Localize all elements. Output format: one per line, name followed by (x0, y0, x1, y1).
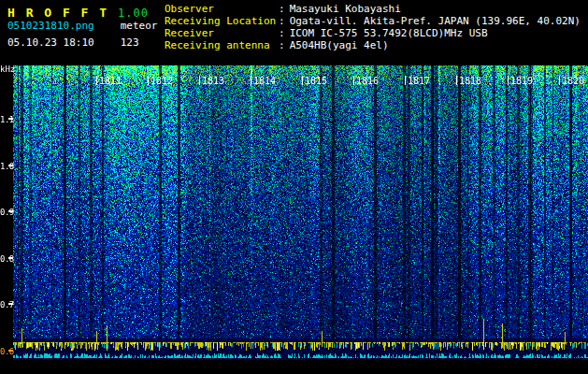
info-value: Masayuki Kobayashi (290, 3, 401, 15)
file-line: 0510231810.pngmeteor (7, 20, 157, 32)
info-value: ICOM IC-575 53.7492(8LCD)MHz USB (290, 27, 488, 39)
mode-label: meteor (121, 20, 158, 32)
freq-tick-label: 0.9 (0, 208, 14, 217)
info-label: Receiving antenna (165, 39, 279, 51)
info-label: Observer (165, 3, 279, 15)
hrofft-screen: H R O F F T1.00 0510231810.pngmeteor 05.… (0, 0, 588, 374)
time-tick-label: 1816 (356, 76, 379, 86)
info-row-location: Receiving Location:Ogata-vill. Akita-Pre… (165, 15, 581, 27)
time-tick-label: 1813 (202, 76, 224, 86)
time-tick-label: 1811 (99, 76, 122, 86)
title-line: H R O F F T1.00 (7, 3, 149, 21)
time-tick-label: 1812 (151, 76, 173, 86)
time-tick-label: 1819 (510, 76, 533, 86)
freq-tick-mark (8, 118, 13, 120)
info-value: A504HB(yagi 4el) (290, 39, 389, 51)
info-row-antenna: Receiving antenna:A504HB(yagi 4el) (165, 39, 581, 51)
freq-tick-mark (8, 257, 13, 259)
app-title: H R O F F T (7, 6, 108, 20)
info-label: Receiver (165, 27, 279, 39)
freq-unit-label: kHz (0, 65, 15, 74)
time-tick-label: 1815 (305, 76, 327, 86)
time-tick-label: 1817 (408, 76, 430, 86)
info-value: Ogata-vill. Akita-Pref. JAPAN (139.96E, … (290, 15, 581, 27)
freq-tick-mark (8, 303, 13, 305)
freq-tick-label: 1.0 (0, 162, 14, 171)
date-line: 05.10.23 18:10123 (7, 36, 139, 49)
freq-tick-mark (8, 165, 13, 166)
freq-tick-label: 0.7 (0, 300, 14, 309)
freq-tick-label: 0.8 (0, 254, 14, 264)
info-label: Receiving Location (165, 15, 279, 27)
freq-tick-mark (8, 350, 13, 352)
datetime: 05.10.23 18:10 (7, 36, 94, 49)
time-tick-label: 1814 (253, 76, 276, 86)
info-row-observer: Observer:Masayuki Kobayashi (165, 3, 581, 15)
info-separator: : (279, 3, 285, 15)
spectrogram-canvas (13, 65, 588, 360)
app-version: 1.00 (118, 7, 149, 20)
time-tick-label: 1820 (562, 76, 584, 86)
info-separator: : (279, 39, 285, 51)
info-row-receiver: Receiver:ICOM IC-575 53.7492(8LCD)MHz US… (165, 27, 581, 39)
station-info: Observer:Masayuki Kobayashi Receiving Lo… (165, 3, 581, 51)
freq-tick-mark (8, 210, 13, 212)
info-separator: : (279, 27, 285, 39)
echo-count: 123 (121, 36, 139, 49)
time-tick-label: 1818 (459, 76, 481, 86)
output-filename: 0510231810.png (7, 20, 94, 32)
freq-tick-label: 1.1 (0, 115, 14, 124)
info-separator: : (279, 15, 285, 27)
freq-tick-label: 0.6 (0, 347, 14, 356)
